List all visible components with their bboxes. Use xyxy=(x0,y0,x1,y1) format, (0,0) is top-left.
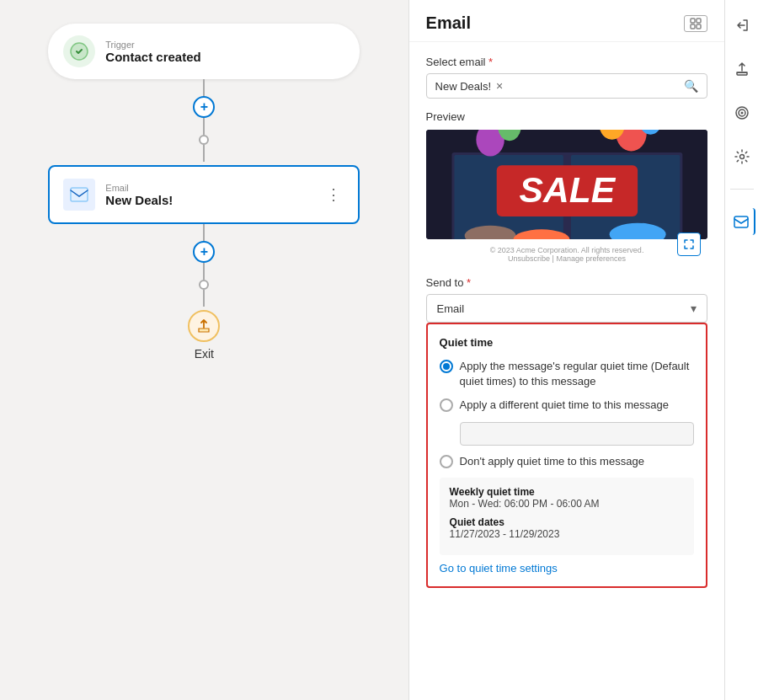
export-icon[interactable] xyxy=(729,56,755,83)
quiet-time-title: Quiet time xyxy=(440,336,695,349)
preview-container: SALE © 2023 Acme Corporation xyxy=(426,130,708,263)
quiet-time-option-2[interactable]: Apply a different quiet time to this mes… xyxy=(440,398,695,413)
email-node-text: Email New Deals! xyxy=(105,183,312,207)
connector-line-1 xyxy=(203,79,205,96)
add-step-button-1[interactable]: + xyxy=(193,96,215,118)
svg-point-24 xyxy=(739,155,744,159)
weekly-label: Weekly quiet time xyxy=(450,486,685,498)
quiet-time-option-2-text: Apply a different quiet time to this mes… xyxy=(460,398,669,413)
login-icon[interactable] xyxy=(729,12,755,39)
connector-line-3 xyxy=(203,145,205,162)
weekly-value: Mon - Wed: 06:00 PM - 06:00 AM xyxy=(450,498,685,510)
expand-preview-button[interactable] xyxy=(677,232,701,256)
svg-point-23 xyxy=(740,112,743,115)
trigger-label: Trigger xyxy=(105,40,200,50)
select-email-label: Select email * xyxy=(426,56,708,68)
sidebar-divider xyxy=(730,189,754,190)
panel-title: Email xyxy=(426,13,471,33)
required-star-email: * xyxy=(488,56,493,68)
sale-banner: SALE xyxy=(426,130,708,239)
target-icon[interactable] xyxy=(729,99,755,126)
svg-rect-2 xyxy=(691,19,695,23)
email-sidebar-icon[interactable] xyxy=(729,208,755,235)
quiet-dates-row: Quiet dates 11/27/2023 - 11/29/2023 xyxy=(450,516,685,540)
quiet-time-input[interactable] xyxy=(460,422,695,446)
radio-option-2[interactable] xyxy=(440,398,453,412)
quiet-time-info-box: Weekly quiet time Mon - Wed: 06:00 PM - … xyxy=(440,478,695,555)
email-node-icon xyxy=(63,179,95,211)
preview-image: SALE xyxy=(426,130,708,239)
remove-tag-button[interactable]: × xyxy=(496,79,503,93)
weekly-quiet-time-row: Weekly quiet time Mon - Wed: 06:00 PM - … xyxy=(450,486,685,510)
quiet-time-section: Quiet time Apply the message's regular q… xyxy=(426,323,708,588)
quiet-time-option-1[interactable]: Apply the message's regular quiet time (… xyxy=(440,359,695,389)
email-node-title: New Deals! xyxy=(105,193,312,207)
email-node[interactable]: Email New Deals! ⋮ xyxy=(48,165,360,224)
icon-sidebar xyxy=(724,0,758,700)
trigger-icon xyxy=(63,35,95,67)
radio-option-1[interactable] xyxy=(440,360,453,373)
svg-rect-4 xyxy=(691,24,695,29)
svg-rect-5 xyxy=(697,24,701,29)
svg-rect-3 xyxy=(697,19,701,23)
go-to-quiet-time-link[interactable]: Go to quiet time settings xyxy=(440,562,695,574)
email-tag-chip: New Deals! × xyxy=(435,79,504,93)
send-to-dropdown[interactable]: Email ▾ xyxy=(426,294,708,323)
email-tag-input[interactable]: New Deals! × 🔍 xyxy=(426,73,708,99)
svg-rect-20 xyxy=(737,72,747,75)
exit-label: Exit xyxy=(195,347,214,361)
right-panel-content: Select email * New Deals! × 🔍 Preview xyxy=(409,42,725,700)
quiet-time-option-3[interactable]: Don't apply quiet time to this message xyxy=(440,454,695,469)
tag-value: New Deals! xyxy=(435,80,491,93)
trigger-title: Contact created xyxy=(105,50,200,64)
exit-icon xyxy=(188,310,220,342)
email-node-menu[interactable]: ⋮ xyxy=(323,182,344,207)
connector-line-6 xyxy=(203,290,205,307)
connector-circle-1 xyxy=(199,135,209,145)
exit-node: Exit xyxy=(188,310,220,361)
radio-option-3[interactable] xyxy=(440,455,453,468)
expand-button[interactable] xyxy=(684,15,707,32)
chevron-down-icon: ▾ xyxy=(691,302,697,315)
connector-circle-2 xyxy=(199,280,209,290)
right-panel: Email Select email * New Deals! × 🔍 Prev… xyxy=(408,0,725,700)
required-star-send: * xyxy=(467,276,471,289)
connector-line-2 xyxy=(203,118,205,135)
workflow-canvas: Trigger Contact created + Email New Deal… xyxy=(0,0,408,700)
add-step-button-2[interactable]: + xyxy=(193,241,215,263)
preview-caption: © 2023 Acme Corporation. All rights rese… xyxy=(426,246,708,263)
dates-label: Quiet dates xyxy=(450,516,685,528)
trigger-text: Trigger Contact created xyxy=(105,40,200,64)
dates-value: 11/27/2023 - 11/29/2023 xyxy=(450,528,685,540)
svg-text:SALE: SALE xyxy=(519,169,616,210)
preview-label: Preview xyxy=(426,110,708,123)
connector-line-4 xyxy=(203,224,205,241)
settings-icon[interactable] xyxy=(729,143,755,170)
quiet-time-option-1-text: Apply the message's regular quiet time (… xyxy=(460,359,695,389)
send-to-value: Email xyxy=(437,302,465,315)
send-to-label: Send to * xyxy=(426,276,708,289)
trigger-node[interactable]: Trigger Contact created xyxy=(48,24,360,79)
svg-rect-1 xyxy=(71,188,88,201)
svg-rect-25 xyxy=(734,216,748,227)
connector-line-5 xyxy=(203,263,205,280)
quiet-time-option-3-text: Don't apply quiet time to this message xyxy=(460,454,644,469)
email-node-label: Email xyxy=(105,183,312,193)
search-icon: 🔍 xyxy=(684,79,698,93)
right-panel-header: Email xyxy=(409,0,725,42)
